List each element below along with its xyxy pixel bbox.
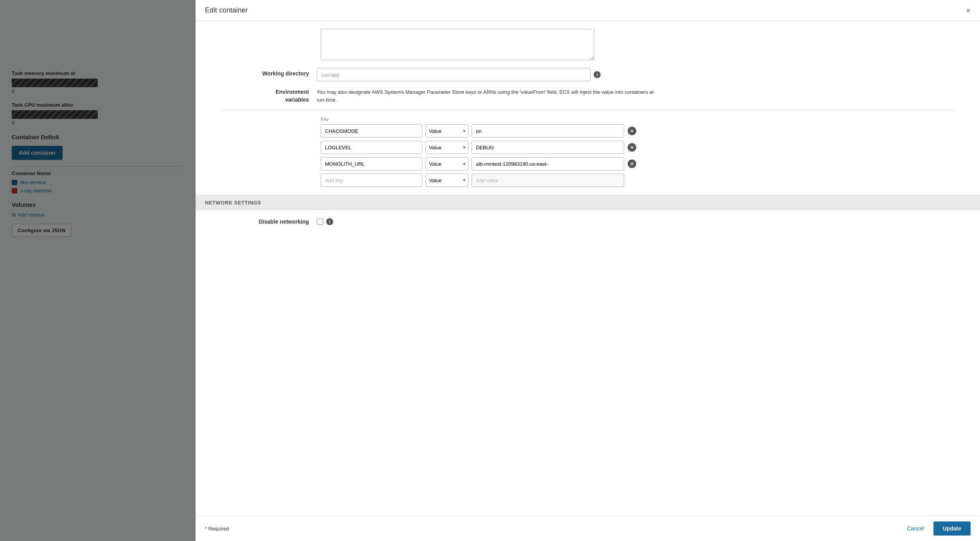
env-add-type-select[interactable]: Value ValueFrom <box>425 174 468 187</box>
env-col-header: Key <box>321 116 957 122</box>
env-value-input-chaosmode[interactable] <box>472 124 624 138</box>
cancel-button[interactable]: Cancel <box>902 522 929 535</box>
env-type-select-loglevel[interactable]: Value ValueFrom <box>425 141 468 154</box>
network-settings-header: NETWORK SETTINGS <box>196 195 980 210</box>
overlay-dim <box>0 0 196 541</box>
edit-container-modal: Edit container × Working directory i Env… <box>196 0 980 541</box>
modal-body: Working directory i Environment variable… <box>196 21 980 516</box>
env-row-loglevel: Value ValueFrom × <box>321 141 957 154</box>
env-remove-chaosmode[interactable]: × <box>627 126 637 136</box>
env-description-text: You may also designate AWS Systems Manag… <box>317 88 657 104</box>
env-heading-row: Environment variables You may also desig… <box>219 88 957 104</box>
env-divider <box>219 110 957 110</box>
env-add-row: Value ValueFrom <box>321 174 957 187</box>
env-remove-loglevel[interactable]: × <box>627 143 637 152</box>
remove-loglevel-icon: × <box>628 143 636 152</box>
disable-networking-control: i <box>317 218 333 225</box>
update-button[interactable]: Update <box>933 521 971 536</box>
env-key-input-monolith-url[interactable] <box>321 157 422 170</box>
network-settings-title: NETWORK SETTINGS <box>205 200 261 206</box>
env-row-chaosmode: Value ValueFrom × <box>321 124 957 138</box>
env-remove-monolith-url[interactable]: × <box>627 159 637 168</box>
command-textarea[interactable] <box>321 29 594 60</box>
remove-chaosmode-icon: × <box>628 127 636 135</box>
env-key-input-loglevel[interactable] <box>321 141 422 154</box>
env-type-wrap-monolith-url: Value ValueFrom <box>425 157 468 170</box>
env-key-input-chaosmode[interactable] <box>321 124 422 138</box>
env-variables-label: Environment variables <box>219 88 317 104</box>
env-value-input-monolith-url[interactable] <box>472 157 624 170</box>
env-vars-container: Key Value ValueFrom × <box>219 116 957 187</box>
working-directory-input[interactable] <box>317 68 591 81</box>
env-row-monolith-url: Value ValueFrom × <box>321 157 957 170</box>
env-type-select-chaosmode[interactable]: Value ValueFrom <box>425 124 468 138</box>
working-directory-label: Working directory <box>219 68 317 77</box>
textarea-section <box>219 21 957 64</box>
env-add-value-input[interactable] <box>472 174 624 187</box>
working-directory-info-icon[interactable]: i <box>594 71 601 78</box>
env-key-column-label: Key <box>321 116 422 122</box>
disable-networking-checkbox[interactable] <box>317 219 323 225</box>
disable-networking-info-icon[interactable]: i <box>326 218 333 225</box>
remove-monolith-url-icon: × <box>628 159 636 168</box>
modal-title: Edit container <box>205 6 248 14</box>
env-type-select-monolith-url[interactable]: Value ValueFrom <box>425 157 468 170</box>
env-variables-section: Environment variables You may also desig… <box>219 88 957 187</box>
footer-actions: Cancel Update <box>902 521 971 536</box>
modal-close-button[interactable]: × <box>966 7 971 14</box>
disable-networking-row: Disable networking i <box>219 218 957 225</box>
env-value-input-loglevel[interactable] <box>472 141 624 154</box>
modal-header: Edit container × <box>196 0 980 21</box>
env-add-key-input[interactable] <box>321 174 422 187</box>
modal-footer: * Required Cancel Update <box>196 516 980 541</box>
required-note: * Required <box>205 526 229 532</box>
env-type-wrap-chaosmode: Value ValueFrom <box>425 124 468 138</box>
disable-networking-label: Disable networking <box>219 219 317 225</box>
env-add-type-wrap: Value ValueFrom <box>425 174 468 187</box>
env-type-wrap-loglevel: Value ValueFrom <box>425 141 468 154</box>
working-directory-row: Working directory i <box>219 64 957 81</box>
working-directory-control: i <box>317 68 957 81</box>
